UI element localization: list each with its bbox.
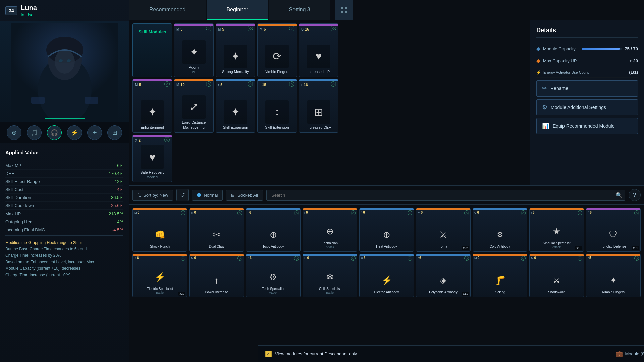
skill-icon-5[interactable]: ✦ bbox=[87, 125, 102, 140]
view-checkbox[interactable]: ✓ bbox=[265, 351, 272, 357]
module-card[interactable]: M10◇⤢Long-Distance Maneuvering bbox=[174, 79, 214, 133]
cap-value: 15 bbox=[262, 83, 266, 87]
tab-grid-button[interactable] bbox=[335, 0, 353, 20]
skill-icon-1[interactable]: ⊕ bbox=[7, 125, 21, 140]
inv-cap-val: 5 bbox=[589, 256, 591, 260]
inventory-card[interactable]: X6◇⚡Electric Antibody bbox=[359, 254, 414, 297]
inv-icon: 🦵 bbox=[492, 272, 508, 289]
inventory-card[interactable]: r6◇★Singular SpecialistAttackx10 bbox=[529, 208, 584, 252]
module-card[interactable]: C16◇♥Increased HP bbox=[299, 23, 338, 77]
energy-activator-value: (1/1) bbox=[629, 70, 638, 75]
inventory-card[interactable]: M0◇⚔Shortsword bbox=[529, 254, 584, 297]
module-card[interactable]: M5◇✦Strong Mentality bbox=[216, 23, 255, 77]
inventory-card[interactable]: r6◇◈Polygenic Antibodyx11 bbox=[416, 254, 471, 297]
cap-value: 5 bbox=[220, 83, 222, 87]
inv-sub: Battle bbox=[156, 291, 164, 294]
inventory-card[interactable]: M0◇⚔Tonfax22 bbox=[416, 208, 471, 252]
socket-icon: ◇ bbox=[206, 26, 211, 31]
inv-cap-val: 0 bbox=[138, 210, 140, 214]
search-input[interactable] bbox=[266, 190, 625, 201]
search-icon[interactable]: 🔍 bbox=[616, 192, 623, 198]
inventory-card[interactable]: ^6◇🛡Ironclad Defensex31 bbox=[586, 208, 641, 252]
inv-socket-icon: ◇ bbox=[181, 256, 185, 261]
module-name: Increased DEF bbox=[305, 125, 332, 130]
module-count: Module (821 / 1,500) bbox=[625, 351, 644, 356]
skill-icon-6[interactable]: ⊞ bbox=[107, 125, 122, 140]
module-icon: ✦ bbox=[182, 40, 206, 64]
skill-icon-2[interactable]: 🎵 bbox=[27, 125, 42, 140]
rename-button[interactable]: ✏ Rename bbox=[536, 80, 638, 97]
inventory-section: M0◇👊Shock PunchM0◇✂Dual Clawr6◇⊕Toxic An… bbox=[129, 205, 644, 362]
stat-value: 4% bbox=[117, 219, 123, 224]
help-button[interactable]: ? bbox=[629, 189, 641, 201]
inv-cap-icon: r bbox=[588, 256, 589, 260]
inv-socket-icon: ◇ bbox=[294, 256, 299, 261]
module-card[interactable]: r16◇⊞Increased DEF bbox=[299, 79, 338, 133]
socket-filter-pill[interactable]: ⊞ Socket: All bbox=[226, 190, 263, 201]
skill-icon-3[interactable]: 🎧 bbox=[47, 125, 62, 140]
normal-filter-pill[interactable]: Normal bbox=[192, 190, 223, 201]
inv-socket-icon: ◇ bbox=[634, 210, 639, 215]
skill-icon-4[interactable]: ⚡ bbox=[67, 125, 82, 140]
inv-icon: ⊕ bbox=[378, 226, 395, 243]
module-capacity-row: ◆ Module Capacity 75 / 79 bbox=[536, 43, 638, 55]
module-card[interactable]: r15◇↕Skill Extension bbox=[257, 79, 297, 133]
stat-row: Outgoing Heal4% bbox=[5, 218, 123, 226]
tab-recommended[interactable]: Recommended bbox=[129, 0, 206, 20]
module-card[interactable]: Skill Modules bbox=[132, 23, 172, 77]
inv-cap-val: 6 bbox=[194, 256, 196, 260]
module-name: Strong Mentality bbox=[221, 69, 250, 74]
refresh-button[interactable]: ↺ bbox=[176, 189, 189, 201]
portrait-svg bbox=[11, 23, 118, 120]
inventory-card[interactable]: r6◇⊕TechnicianAttack bbox=[303, 208, 357, 252]
tab-setting3[interactable]: Setting 3 bbox=[269, 0, 330, 20]
module-card[interactable]: M5◇✦AgonyMP bbox=[174, 23, 214, 77]
stat-value: 218.5% bbox=[109, 211, 123, 216]
module-card[interactable]: X2◇♥Safe RecoveryMedical bbox=[132, 135, 172, 182]
equip-icon: 📊 bbox=[542, 122, 549, 130]
inventory-card[interactable]: C6◇❄Cold Antibody bbox=[473, 208, 527, 252]
inv-cap-val: 6 bbox=[533, 210, 535, 214]
stat-label: DEF bbox=[5, 171, 14, 176]
module-capacity-value: 75 / 79 bbox=[625, 46, 638, 51]
inv-name: Electric Specialist bbox=[145, 287, 174, 291]
equip-recommended-button[interactable]: 📊 Equip Recommended Module bbox=[536, 118, 638, 134]
inv-name: Nimble Fingers bbox=[601, 290, 626, 294]
module-settings-button[interactable]: ⚙ Module Additional Settings bbox=[536, 99, 638, 115]
inventory-card[interactable]: M0◇✂Dual Claw bbox=[189, 208, 244, 252]
module-card[interactable]: M5◇✦Enlightenment bbox=[132, 79, 172, 133]
inventory-card[interactable]: M6◇↑Power Increase bbox=[189, 254, 244, 297]
inv-socket-icon: ◇ bbox=[237, 210, 242, 215]
inv-icon: ⊕ bbox=[265, 226, 282, 243]
inv-count: x11 bbox=[462, 292, 469, 296]
energy-activator-label: Energy Activator Use Count bbox=[543, 70, 589, 74]
inventory-card[interactable]: M0◇👊Shock Punch bbox=[132, 208, 187, 252]
inventory-card[interactable]: ^6◇⊕Heat Antibody bbox=[359, 208, 414, 252]
stat-value: 36.5% bbox=[111, 195, 123, 200]
inv-cap-icon: C bbox=[474, 211, 477, 214]
stat-row: Skill Cost-4% bbox=[5, 186, 123, 194]
module-card[interactable]: r5◇✦Skill Expansion bbox=[216, 79, 255, 133]
inv-cap-icon: r bbox=[531, 211, 532, 214]
module-name: Enlightenment bbox=[139, 125, 165, 130]
inv-top-bar bbox=[586, 254, 640, 256]
inv-icon: 👊 bbox=[152, 226, 168, 243]
socket-icon: ◇ bbox=[164, 81, 170, 87]
description-text: Modifies the Grappling Hook range to 25 … bbox=[5, 235, 123, 282]
filter-sort-button[interactable]: ⇅ Sort by: New bbox=[132, 190, 173, 201]
inventory-card[interactable]: r5◇✦Nimble Fingers bbox=[586, 254, 641, 297]
inv-cap: M0 bbox=[191, 210, 196, 214]
module-card[interactable]: M6◇⟳Nimble Fingers bbox=[257, 23, 297, 77]
inventory-card[interactable]: ^6◇⚙Tech SpecialistAttack bbox=[246, 254, 301, 297]
tab-beginner[interactable]: Beginner bbox=[207, 0, 268, 20]
inventory-card[interactable]: X6◇⚡Electric SpecialistBattlex20 bbox=[132, 254, 187, 297]
stat-label: Max MP bbox=[5, 163, 21, 168]
inventory-card[interactable]: M0◇🦵Kicking bbox=[473, 254, 527, 297]
capacity-icon: ◆ bbox=[536, 46, 540, 52]
inventory-card[interactable]: C6◇❄Chill SpecialistBattle bbox=[303, 254, 357, 297]
inv-cap: X6 bbox=[134, 256, 139, 260]
inventory-card[interactable]: r6◇⊕Toxic Antibody bbox=[246, 208, 301, 252]
inv-socket-icon: ◇ bbox=[408, 256, 412, 261]
stat-row: DEF170.4% bbox=[5, 170, 123, 178]
inv-top-bar bbox=[473, 208, 527, 210]
